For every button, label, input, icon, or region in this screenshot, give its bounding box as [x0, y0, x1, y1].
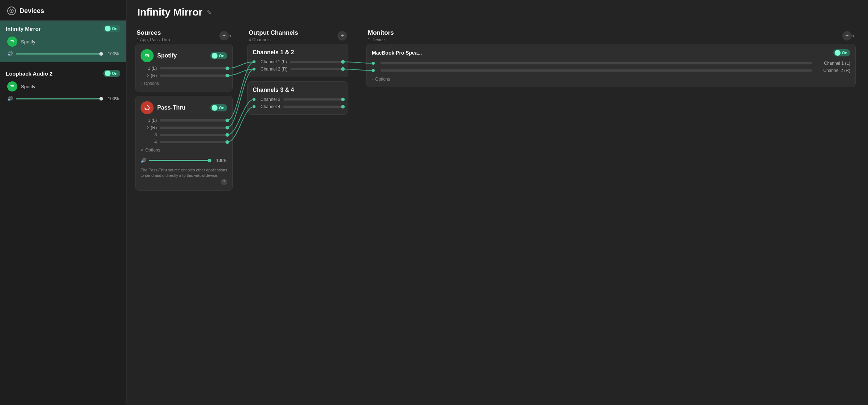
ch1-label: Channel 1 (L): [261, 59, 287, 64]
svg-point-4: [143, 52, 151, 59]
svg-point-6: [145, 108, 147, 110]
output-channels-add-button[interactable]: +: [338, 31, 347, 40]
spotify-options-row[interactable]: › Options: [141, 81, 227, 86]
passthru-options-expanded: 🔊 100% The Pass-Thru source enables othe…: [141, 155, 227, 179]
passthru-toggle-knob: [212, 105, 218, 111]
channels-1-2-title: Channels 1 & 2: [253, 49, 294, 56]
toggle-label-2: On: [112, 71, 117, 76]
device-row: Infinity Mirror On: [6, 25, 120, 32]
passthru-volume-pct: 100%: [214, 158, 227, 163]
macbook-monitor-title: MacBook Pro Spea...: [372, 50, 422, 56]
ch3-label: Channel 3: [261, 97, 280, 102]
volume-row-2: 🔊 100%: [6, 93, 120, 103]
passthru-card-left: Pass-Thru: [141, 101, 185, 114]
spotify-card-header: Spotify On: [141, 49, 227, 62]
ch1-row: Channel 1 (L): [253, 59, 343, 64]
device-group-loopback[interactable]: Loopback Audio 2 On Spotify 🔊 100%: [0, 65, 126, 107]
volume-icon-1: 🔊: [7, 51, 13, 56]
passthru-options-row[interactable]: ∨ Options: [141, 148, 227, 153]
monitors-header: Monitors 1 Device + ▾: [366, 29, 856, 42]
toggle-infinity-mirror[interactable]: On: [103, 25, 120, 32]
monitors-add-button[interactable]: +: [842, 31, 852, 40]
passthru-help-button[interactable]: ?: [221, 179, 227, 185]
spotify-card-toggle[interactable]: On: [210, 52, 227, 59]
spotify-card-icon: [141, 49, 154, 62]
spotify-options-label: Options: [144, 81, 159, 86]
ch1-input-dot: [253, 60, 255, 63]
toggle-loopback[interactable]: On: [103, 70, 120, 77]
passthru-ch3-bar: [160, 134, 227, 136]
spotify-options-chevron: ›: [141, 82, 142, 86]
macbook-monitor-card: MacBook Pro Spea... On Channel 1 (L): [366, 44, 856, 87]
toggle-label: On: [112, 26, 117, 31]
volume-icon-2: 🔊: [7, 96, 13, 101]
passthru-channels: 1 (L) 2 (R) 3: [141, 118, 227, 145]
ch3-input-dot: [253, 98, 255, 101]
passthru-ch4-dot: [225, 140, 229, 144]
channels-3-4-card: Channels 3 & 4 Channel 3 Channel 4: [247, 81, 348, 115]
spotify-ch1-dot: [225, 67, 229, 70]
volume-row-1: 🔊 100%: [6, 48, 120, 58]
macbook-options-chevron: ›: [372, 77, 373, 81]
ch2-input-dot: [253, 68, 255, 71]
source-name-spotify-2: Spotify: [21, 84, 35, 89]
volume-thumb-2: [99, 97, 103, 101]
spotify-ch1-bar: [160, 67, 227, 69]
passthru-card: Pass-Thru On 1 (L) 2 (R): [135, 96, 233, 191]
passthru-toggle-label: On: [219, 106, 224, 110]
ch4-bar: [283, 106, 343, 108]
passthru-card-title: Pass-Thru: [157, 105, 185, 111]
main-content: Infinity Mirror ✎ Sources 1 App, Pass-Th…: [126, 0, 868, 405]
monitor-ch1-input-dot: [372, 62, 375, 65]
passthru-card-toggle[interactable]: On: [210, 104, 227, 111]
spotify-card-title: Spotify: [157, 52, 177, 59]
macbook-options-label: Options: [375, 77, 390, 82]
monitor-ch1-label: Channel 1 (L): [818, 61, 850, 66]
monitors-title-area: Monitors 1 Device: [368, 29, 394, 42]
columns-area: Sources 1 App, Pass-Thru + ▾: [126, 22, 868, 405]
volume-thumb-1: [99, 52, 103, 56]
sources-column-header: Sources 1 App, Pass-Thru + ▾: [135, 29, 233, 42]
ch4-output-dot: [341, 105, 345, 108]
device-group-infinity-mirror[interactable]: Infinity Mirror On Spotify 🔊 100%: [0, 21, 126, 62]
monitors-column: Monitors 1 Device + ▾ MacBook Pro Spea..…: [363, 29, 859, 398]
device-name-infinity-mirror: Infinity Mirror: [6, 26, 41, 32]
macbook-toggle-knob: [835, 50, 841, 56]
ch2-row: Channel 2 (R): [253, 67, 343, 72]
passthru-volume-thumb: [208, 159, 211, 162]
divider-1: [0, 64, 126, 64]
sources-add-chevron[interactable]: ▾: [229, 34, 231, 38]
spotify-ch2-row: 2 (R): [141, 73, 227, 78]
passthru-volume-row: 🔊 100%: [141, 155, 227, 165]
passthru-volume-bar[interactable]: [149, 160, 211, 161]
passthru-ch4-label: 4: [141, 140, 157, 145]
devices-icon: [7, 7, 16, 15]
spotify-toggle-knob: [212, 53, 218, 59]
monitor-ch2-row: Channel 2 (R): [372, 68, 850, 73]
ch1-bar: [290, 61, 343, 63]
volume-bar-1[interactable]: [16, 53, 103, 55]
macbook-monitor-toggle[interactable]: On: [833, 49, 850, 56]
macbook-monitor-header: MacBook Pro Spea... On: [372, 49, 850, 56]
monitors-title: Monitors: [368, 29, 394, 37]
passthru-ch3-row: 3: [141, 132, 227, 137]
channels-3-4-content: Channel 3 Channel 4: [253, 97, 343, 109]
monitor-ch1-row: Channel 1 (L): [372, 61, 850, 66]
passthru-ch3-dot: [225, 133, 229, 137]
edit-icon[interactable]: ✎: [207, 9, 211, 16]
sidebar: Devices Infinity Mirror On Spotify 🔊: [0, 0, 126, 405]
channels-3-4-header: Channels 3 & 4: [253, 87, 343, 93]
passthru-ch1-row: 1 (L): [141, 118, 227, 123]
main-title: Infinity Mirror: [137, 7, 202, 18]
sources-add-button[interactable]: +: [219, 31, 229, 40]
passthru-ch2-label: 2 (R): [141, 125, 157, 130]
spotify-toggle-label: On: [219, 54, 224, 58]
spotify-card-left: Spotify: [141, 49, 177, 62]
channels-1-2-card: Channels 1 & 2 Channel 1 (L) Channel 2 (…: [247, 44, 348, 77]
volume-bar-2[interactable]: [16, 98, 103, 99]
spotify-ch1-label: 1 (L): [141, 66, 157, 71]
monitors-add-chevron[interactable]: ▾: [852, 34, 854, 38]
macbook-options-row[interactable]: › Options: [372, 77, 850, 82]
output-channels-title: Output Channels: [249, 29, 298, 37]
ch4-label: Channel 4: [261, 104, 280, 109]
